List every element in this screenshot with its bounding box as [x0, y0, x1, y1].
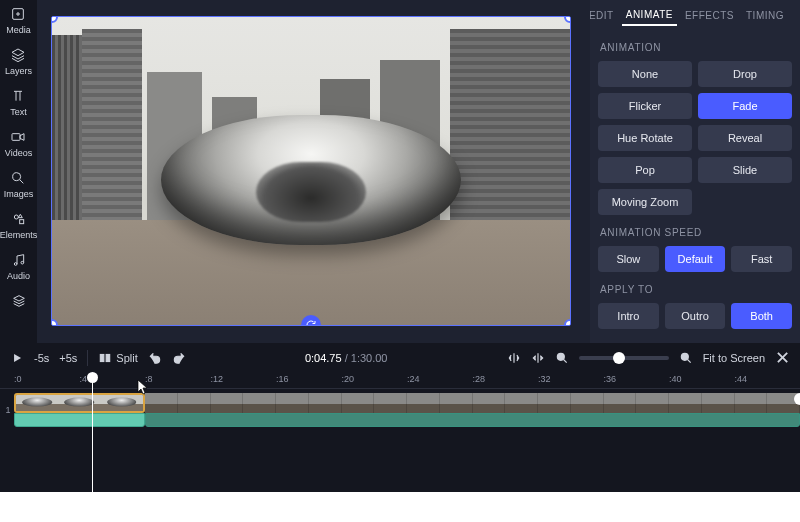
rail-item-images[interactable]: Images	[4, 170, 34, 199]
svg-point-2	[13, 173, 21, 181]
animation-grid: None Drop Flicker Fade Hue Rotate Reveal…	[598, 61, 792, 215]
rail-label: Images	[4, 189, 34, 199]
playhead-knob[interactable]	[87, 372, 98, 383]
apply-intro[interactable]: Intro	[598, 303, 659, 329]
apply-row: Intro Outro Both	[598, 303, 792, 329]
zoom-slider-thumb[interactable]	[613, 352, 625, 364]
time-display: 0:04.75 / 1:30.00	[196, 352, 497, 364]
section-animation-label: ANIMATION	[600, 42, 792, 53]
clip-audio-selected[interactable]	[14, 413, 145, 427]
redo-button[interactable]	[172, 351, 186, 365]
playback-toolbar: -5s +5s Split 0:04.75 / 1:30.00	[0, 343, 800, 373]
ruler-tick: :16	[276, 374, 289, 384]
svg-point-6	[21, 261, 24, 264]
anim-flicker[interactable]: Flicker	[598, 93, 692, 119]
clip-audio-preview	[145, 413, 800, 427]
tab-effects[interactable]: EFFECTS	[681, 6, 738, 25]
apply-outro[interactable]: Outro	[665, 303, 726, 329]
rail-item-text[interactable]: Text	[10, 88, 27, 117]
ruler-tick: :36	[604, 374, 617, 384]
anim-slide[interactable]: Slide	[698, 157, 792, 183]
time-sep: /	[342, 352, 351, 364]
section-speed-label: ANIMATION SPEED	[600, 227, 792, 238]
anim-moving-zoom[interactable]: Moving Zoom	[598, 189, 692, 215]
anim-pop[interactable]: Pop	[598, 157, 692, 183]
apply-both[interactable]: Both	[731, 303, 792, 329]
ruler-tick: :20	[342, 374, 355, 384]
magnet-icon	[531, 351, 545, 365]
back-5s-button[interactable]: -5s	[34, 352, 49, 364]
rail-label: Audio	[7, 271, 30, 281]
play-button[interactable]	[10, 351, 24, 365]
speed-row: Slow Default Fast	[598, 246, 792, 272]
shapes-icon	[11, 211, 27, 227]
mouse-cursor	[137, 379, 149, 395]
stack-icon	[11, 293, 27, 309]
redo-icon	[172, 351, 186, 365]
zoom-out-button[interactable]	[555, 351, 569, 365]
section-apply-label: APPLY TO	[600, 284, 792, 295]
zoom-slider[interactable]	[579, 356, 669, 360]
rail-item-more[interactable]	[11, 293, 27, 309]
snap-button[interactable]	[507, 351, 521, 365]
ruler-tick: :4	[80, 374, 88, 384]
track-row: 1	[14, 393, 800, 427]
time-duration: 1:30.00	[351, 352, 388, 364]
play-icon	[10, 351, 24, 365]
track-number: 1	[2, 405, 14, 415]
track-lane[interactable]	[14, 393, 800, 427]
tab-animate[interactable]: ANIMATE	[622, 5, 677, 26]
timeline: :0:4:8:12:16:20:24:28:32:36:40:44 1	[0, 373, 800, 492]
playhead[interactable]	[92, 373, 93, 492]
timeline-tracks: 1	[0, 389, 800, 427]
clip-video-selected[interactable]	[14, 393, 145, 413]
plus-square-icon	[10, 6, 26, 22]
svg-rect-4	[19, 220, 23, 224]
toolbar-separator	[87, 350, 88, 366]
rail-label: Layers	[5, 66, 32, 76]
magnet-button[interactable]	[531, 351, 545, 365]
rail-item-elements[interactable]: Elements	[0, 211, 37, 240]
canvas-selection[interactable]	[51, 16, 571, 326]
bottom-strip	[0, 492, 800, 522]
zoom-in-icon	[679, 351, 693, 365]
rail-item-audio[interactable]: Audio	[7, 252, 30, 281]
canvas-area	[37, 0, 590, 343]
speed-slow[interactable]: Slow	[598, 246, 659, 272]
tool-rail: Media Layers Text Videos Images Elements	[0, 0, 37, 343]
timeline-ruler[interactable]: :0:4:8:12:16:20:24:28:32:36:40:44	[0, 373, 800, 389]
rail-label: Elements	[0, 230, 37, 240]
canvas-image	[52, 17, 570, 325]
rail-label: Text	[10, 107, 27, 117]
anim-hue-rotate[interactable]: Hue Rotate	[598, 125, 692, 151]
anim-none[interactable]: None	[598, 61, 692, 87]
timeline-end-knob[interactable]	[794, 393, 800, 405]
ruler-tick: :40	[669, 374, 682, 384]
panel-tabs: EDIT ANIMATE EFFECTS TIMING	[598, 0, 792, 30]
forward-5s-button[interactable]: +5s	[59, 352, 77, 364]
ruler-tick: :32	[538, 374, 551, 384]
text-icon	[10, 88, 26, 104]
undo-icon	[148, 351, 162, 365]
fit-to-screen-button[interactable]: Fit to Screen	[703, 352, 765, 364]
music-icon	[11, 252, 27, 268]
anim-drop[interactable]: Drop	[698, 61, 792, 87]
zoom-in-button[interactable]	[679, 351, 693, 365]
undo-button[interactable]	[148, 351, 162, 365]
svg-rect-8	[106, 355, 110, 362]
anim-fade[interactable]: Fade	[698, 93, 792, 119]
tab-timing[interactable]: TIMING	[742, 6, 788, 25]
speed-default[interactable]: Default	[665, 246, 726, 272]
rotate-icon	[305, 319, 317, 326]
close-button[interactable]: ✕	[775, 347, 790, 369]
resize-handle-br[interactable]	[564, 319, 571, 326]
rail-item-media[interactable]: Media	[6, 6, 31, 35]
video-icon	[10, 129, 26, 145]
speed-fast[interactable]: Fast	[731, 246, 792, 272]
time-current: 0:04.75	[305, 352, 342, 364]
clip-video-preview	[145, 393, 800, 413]
anim-reveal[interactable]: Reveal	[698, 125, 792, 151]
split-button[interactable]: Split	[98, 351, 137, 365]
rail-item-layers[interactable]: Layers	[5, 47, 32, 76]
rail-item-videos[interactable]: Videos	[5, 129, 32, 158]
